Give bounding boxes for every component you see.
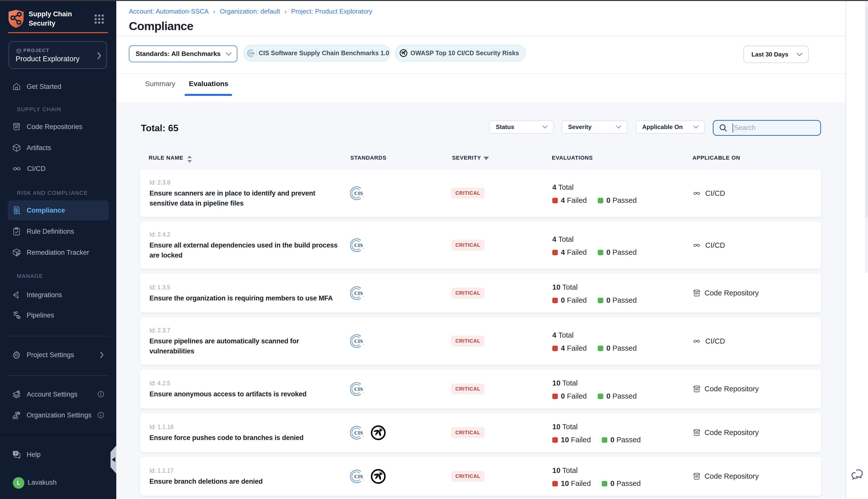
svg-text:?: ? [14,452,16,455]
svg-text:CIS: CIS [250,52,254,55]
svg-text:CIS: CIS [354,191,363,196]
svg-text:CIS: CIS [354,430,363,436]
svg-text:CIS: CIS [354,338,363,344]
svg-text:CIS: CIS [354,242,363,248]
svg-text:CIS: CIS [354,386,363,392]
svg-text:CIS: CIS [354,290,363,296]
svg-text:CIS: CIS [354,474,363,479]
